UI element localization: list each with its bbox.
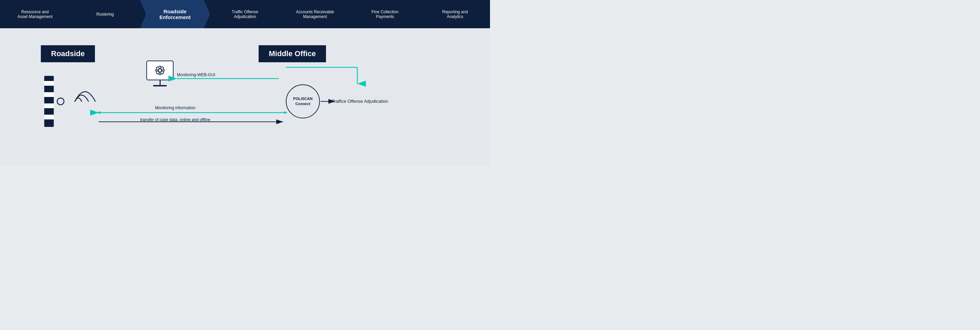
nav-item-accounts[interactable]: Accounts Receivable Management	[280, 0, 350, 28]
svg-point-5	[57, 98, 64, 105]
svg-point-7	[158, 69, 162, 72]
monitor-illustration	[146, 60, 173, 86]
monitoring-info-label: Monitoring information	[133, 105, 218, 110]
navigation-bar: Ressource and Asset Management Rostering…	[0, 0, 490, 28]
middle-office-header: Middle Office	[259, 45, 326, 62]
roadside-device-svg	[37, 69, 105, 137]
device-illustration	[37, 69, 105, 138]
traffic-offense-adj-label: Traffice Offense Adjudication	[332, 99, 388, 104]
nav-item-resource[interactable]: Ressource and Asset Management	[0, 0, 70, 28]
roadside-header: Roadside	[41, 45, 95, 62]
main-content: Roadside Middle Office	[0, 28, 490, 165]
svg-rect-4	[44, 115, 54, 119]
monitor-screen	[146, 60, 173, 80]
svg-rect-2	[44, 92, 54, 97]
transfer-label: transfer of case data, online and offlin…	[133, 117, 218, 122]
nav-item-roadside[interactable]: Roadside Enforcement	[140, 0, 210, 28]
monitoring-web-gui-label: Monitoring-WEB-GUI	[177, 73, 215, 77]
monitor-base	[153, 85, 167, 86]
nav-item-traffic[interactable]: Traffic Offense Adjudication	[210, 0, 280, 28]
svg-rect-3	[44, 103, 54, 108]
gear-icon	[153, 64, 166, 77]
nav-item-reporting[interactable]: Reporting and Analytics	[420, 0, 490, 28]
svg-marker-16	[284, 111, 288, 114]
nav-item-rostering[interactable]: Rostering	[70, 0, 140, 28]
nav-item-fine[interactable]: Fine Collection Payments	[350, 0, 420, 28]
svg-rect-1	[44, 81, 54, 86]
monitor-stand	[159, 80, 161, 85]
poliscan-connect-circle: POLISCAN Connect	[286, 84, 320, 118]
